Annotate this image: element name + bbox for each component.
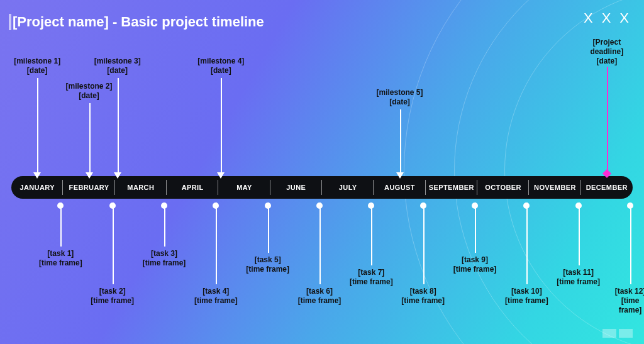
milestone-line — [400, 109, 401, 174]
milestone-label: [milestone 3][date] — [80, 57, 155, 75]
month-cell: SEPTEMBER — [426, 176, 477, 199]
page-title: [Project name] - Basic project timeline — [13, 14, 264, 30]
close-icon[interactable]: X — [584, 11, 593, 25]
task-label: [task 3][time frame] — [130, 249, 199, 268]
milestone-line — [607, 67, 608, 174]
task-line — [113, 203, 114, 284]
task-label: [task 10][time frame] — [492, 287, 561, 306]
task-line — [60, 203, 62, 247]
arrow-down-icon — [396, 172, 404, 179]
deadline-marker: [Projectdeadline][date] — [569, 38, 644, 67]
milestone-line — [89, 103, 91, 174]
task-label: [task 12][timeframe] — [596, 287, 644, 315]
milestone-marker: [milestone 2][date] — [52, 82, 127, 102]
milestone-marker: [milestone 4][date] — [183, 57, 258, 77]
milestone-label: [milestone 4][date] — [183, 57, 258, 75]
month-cell: FEBRUARY — [63, 176, 114, 199]
decor-squares — [602, 329, 633, 338]
task-label: [task 2][time frame] — [78, 287, 147, 306]
milestone-line — [118, 78, 119, 174]
milestone-marker: [milestone 5][date] — [362, 88, 438, 108]
month-cell: NOVEMBER — [529, 176, 580, 199]
task-label: [task 9][time frame] — [440, 255, 509, 274]
task-label: [task 7][time frame] — [336, 268, 406, 287]
month-cell: DECEMBER — [581, 176, 633, 199]
task-line — [216, 203, 217, 284]
task-label: [task 6][time frame] — [285, 287, 354, 306]
arrow-down-icon — [86, 172, 93, 179]
milestone-line — [37, 78, 38, 174]
month-cell: JULY — [322, 176, 374, 199]
task-line — [423, 203, 425, 284]
close-icon[interactable]: X — [619, 11, 629, 25]
month-cell: MARCH — [115, 176, 167, 199]
task-line — [268, 203, 269, 253]
title-accent — [9, 14, 11, 30]
month-cell: JUNE — [270, 176, 322, 199]
task-label: [task 5][time frame] — [233, 255, 303, 274]
month-cell: OCTOBER — [477, 176, 529, 199]
close-icon[interactable]: X — [602, 11, 611, 25]
milestone-label: [Projectdeadline][date] — [569, 38, 644, 66]
milestone-label: [milestone 2][date] — [52, 82, 127, 101]
arrow-down-icon — [114, 172, 121, 179]
month-cell: JANUARY — [11, 176, 63, 199]
task-line — [164, 203, 165, 247]
milestone-label: [milestone 5][date] — [362, 88, 438, 107]
arrow-down-icon — [33, 172, 41, 179]
window-controls: X X X — [584, 11, 629, 25]
task-line — [371, 203, 372, 265]
task-line — [630, 203, 631, 284]
milestone-label: [milestone 1][date] — [0, 57, 75, 75]
month-cell: APRIL — [167, 176, 218, 199]
arrow-down-icon — [217, 172, 225, 179]
task-line — [319, 203, 321, 284]
milestone-marker: [milestone 1][date] — [0, 57, 75, 77]
timeline-bar: JANUARYFEBRUARYMARCHAPRILMAYJUNEJULYAUGU… — [11, 176, 633, 199]
task-line — [475, 203, 476, 253]
milestone-marker: [milestone 3][date] — [80, 57, 155, 77]
task-label: [task 4][time frame] — [181, 287, 250, 306]
task-label: [task 8][time frame] — [389, 287, 458, 306]
task-label: [task 1][time frame] — [26, 249, 95, 268]
task-line — [526, 203, 528, 284]
task-line — [579, 203, 580, 265]
milestone-line — [221, 78, 222, 174]
task-label: [task 11][time frame] — [544, 268, 613, 287]
month-cell: MAY — [218, 176, 270, 199]
month-cell: AUGUST — [374, 176, 425, 199]
